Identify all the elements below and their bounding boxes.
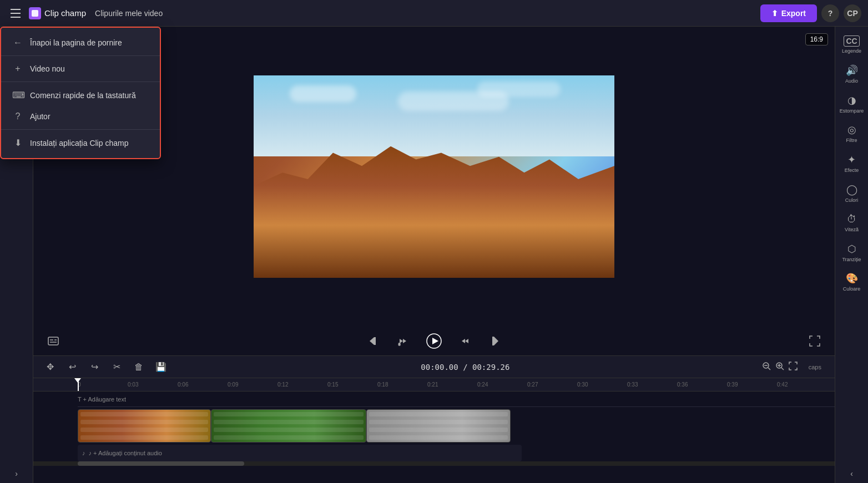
- aspect-ratio-badge[interactable]: 16:9: [805, 33, 828, 45]
- right-panel-legende[interactable]: CC Legende: [836, 31, 867, 59]
- scrollbar-thumb[interactable]: [78, 461, 244, 466]
- svg-rect-11: [492, 337, 494, 345]
- keyboard-icon: ⌨: [12, 90, 23, 100]
- svg-text:5: 5: [398, 343, 401, 346]
- ruler-mark-4: 0:12: [277, 382, 327, 388]
- select-tool-button[interactable]: ✥: [42, 359, 58, 375]
- playhead-triangle: [74, 378, 81, 383]
- dropdown-item-back[interactable]: ← Înapoi la pagina de pornire: [1, 32, 160, 53]
- help-button[interactable]: ?: [821, 4, 839, 22]
- ruler-mark-11: 0:33: [627, 382, 677, 388]
- add-audio-button[interactable]: ♪ ♪ + Adăugați conținut audio: [78, 445, 522, 461]
- right-panel-estompare[interactable]: ◑ Estompare: [836, 90, 867, 119]
- ruler-mark-3: 0:09: [228, 382, 277, 388]
- cloud-3: [477, 82, 561, 97]
- dropdown-divider-3: [1, 129, 160, 130]
- svg-rect-0: [32, 10, 38, 17]
- video-clip-2[interactable]: [211, 409, 366, 443]
- dropdown-item-shortcuts[interactable]: ⌨ Comenzi rapide de la tastatură: [1, 84, 160, 106]
- undo-button[interactable]: ↩: [64, 359, 80, 375]
- upload-icon: ⬆: [771, 9, 778, 18]
- timeline-content[interactable]: 0 0:03 0:06 0:09 0:12 0:15 0:18 0:21 0:2…: [33, 378, 835, 483]
- timeline-ruler: 0 0:03 0:06 0:09 0:12 0:15 0:18 0:21 0:2…: [33, 378, 835, 392]
- skip-forward-button[interactable]: [485, 332, 503, 350]
- right-panel-viteza[interactable]: ⏱ Viteză: [836, 209, 867, 237]
- caps-label: caps: [804, 364, 826, 370]
- timeline-toolbar: ✥ ↩ ↪ ✂ 🗑 💾 00:00.00 / 00:29.26: [33, 356, 835, 378]
- ruler-marks: 0 0:03 0:06 0:09 0:12 0:15 0:18 0:21 0:2…: [78, 382, 827, 388]
- right-panel-culoare[interactable]: 🎨 Culoare: [836, 268, 867, 297]
- playhead[interactable]: [78, 378, 79, 391]
- back-icon: ←: [12, 38, 23, 48]
- ruler-mark-9: 0:27: [527, 382, 577, 388]
- right-panel-efecte[interactable]: ✦ Efecte: [836, 149, 867, 178]
- fullscreen-button[interactable]: [806, 332, 824, 350]
- right-panel-audio[interactable]: 🔊 Audio: [836, 60, 867, 89]
- cloud-1: [290, 85, 356, 102]
- timeline-scrollbar[interactable]: [33, 461, 835, 466]
- svg-line-16: [781, 368, 784, 370]
- zoom-in-button[interactable]: [775, 362, 784, 373]
- skip-back-button[interactable]: [365, 332, 383, 350]
- play-button[interactable]: [423, 330, 445, 352]
- profile-button[interactable]: CP: [844, 4, 861, 22]
- download-icon: ⬇: [12, 138, 23, 148]
- filter-icon: ◎: [847, 124, 856, 136]
- video-preview: [254, 75, 614, 278]
- effects-icon: ✦: [847, 154, 856, 166]
- cut-button[interactable]: ✂: [109, 359, 124, 375]
- add-text-button[interactable]: T + Adăugare text: [78, 396, 126, 403]
- right-panel-filtre[interactable]: ◎ Filtre: [836, 119, 867, 148]
- ruler-mark-1: 0:03: [128, 382, 178, 388]
- right-panel-collapse-btn[interactable]: ‹: [850, 469, 853, 479]
- right-panel-culori[interactable]: ◯ Culori: [836, 179, 867, 208]
- video-clip-3[interactable]: [366, 409, 511, 443]
- clip-2-thumbnail: [211, 410, 366, 442]
- app-title: Clip champ: [44, 8, 86, 18]
- timeline-section: ✥ ↩ ↪ ✂ 🗑 💾 00:00.00 / 00:29.26: [33, 355, 835, 483]
- help-circle-icon: ?: [12, 111, 23, 121]
- hamburger-menu[interactable]: [7, 4, 24, 22]
- rewind-button[interactable]: 5: [394, 332, 412, 350]
- player-controls: 5: [33, 327, 835, 355]
- fit-timeline-button[interactable]: [789, 362, 798, 373]
- dropdown-item-help[interactable]: ? Ajutor: [1, 106, 160, 127]
- forward-button[interactable]: [456, 332, 474, 350]
- logo-icon: [29, 7, 41, 19]
- ruler-mark-5: 0:15: [327, 382, 377, 388]
- save-clip-button[interactable]: 💾: [153, 359, 169, 375]
- clip-line: [80, 412, 208, 416]
- music-icon: ♪: [82, 450, 85, 456]
- ruler-mark-14: 0:42: [777, 382, 827, 388]
- sidebar-expand-btn[interactable]: ›: [15, 469, 18, 479]
- svg-rect-6: [374, 337, 376, 345]
- delete-button[interactable]: 🗑: [131, 359, 147, 375]
- dropdown-item-new-video[interactable]: + Video nou: [1, 58, 160, 79]
- right-panel-tranzitie[interactable]: ⬡ Tranziție: [836, 238, 867, 267]
- app-logo[interactable]: Clip champ: [29, 7, 86, 19]
- time-display: 00:00.00 / 00:29.26: [175, 363, 755, 372]
- my-videos-link[interactable]: Clipurile mele video: [90, 9, 167, 18]
- zoom-out-button[interactable]: [762, 362, 771, 373]
- dropdown-divider-1: [1, 55, 160, 56]
- audio-icon: 🔊: [846, 64, 858, 77]
- dropdown-divider-2: [1, 82, 160, 82]
- captions-icon: CC: [844, 35, 859, 47]
- video-thumbnail: [254, 75, 614, 278]
- ruler-mark-12: 0:36: [677, 382, 727, 388]
- speed-icon: ⏱: [847, 213, 857, 225]
- fade-icon: ◑: [847, 94, 856, 106]
- redo-button[interactable]: ↪: [87, 359, 102, 375]
- ruler-mark-0: 0: [78, 382, 128, 388]
- text-track: T + Adăugare text: [78, 392, 835, 407]
- dropdown-item-install[interactable]: ⬇ Instalați aplicația Clip champ: [1, 132, 160, 154]
- canyon-layer: [254, 146, 614, 278]
- chevron-left-icon: ‹: [850, 469, 853, 478]
- ruler-mark-8: 0:24: [477, 382, 527, 388]
- captions-button[interactable]: [44, 332, 62, 350]
- export-button[interactable]: ⬆ Export: [760, 4, 817, 22]
- zoom-controls: [762, 362, 798, 373]
- ruler-mark-10: 0:30: [577, 382, 627, 388]
- video-clip-1[interactable]: [78, 409, 211, 443]
- color-wheel-icon: 🎨: [846, 272, 858, 284]
